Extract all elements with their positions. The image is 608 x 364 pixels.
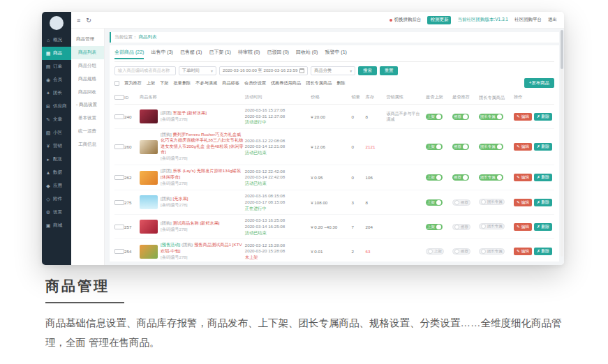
tab-待审核[interactable]: 待审核 (0) [238, 49, 260, 59]
product-image[interactable] [140, 140, 158, 154]
row-checkbox[interactable] [114, 144, 124, 149]
topbar-item[interactable]: 退出 [548, 17, 557, 23]
batch-action[interactable]: 删除 [336, 80, 345, 86]
sidebar-item-overview[interactable]: ⌂概况 [42, 33, 71, 47]
shelf-toggle[interactable]: 上架 [426, 224, 443, 230]
recommend-toggle[interactable]: 推荐 [452, 114, 469, 120]
sidebar-item-community[interactable]: ▧小区 [42, 126, 71, 139]
collapse-menu-icon[interactable]: ≡ [77, 17, 80, 24]
reset-button[interactable]: 重置 [380, 66, 398, 75]
shelf-toggle[interactable]: 上架 [426, 114, 443, 120]
topbar-item[interactable]: 切换拼购后台 [390, 17, 421, 23]
sidebar-item-data[interactable]: ▲数据 [42, 166, 71, 179]
time-type-select[interactable]: 下单时间▾ [179, 66, 216, 75]
product-image[interactable] [140, 171, 158, 185]
row-checkbox[interactable] [114, 225, 124, 229]
edit-button[interactable]: ✎ 编辑 [514, 248, 532, 255]
row-checkbox[interactable] [114, 249, 124, 254]
topbar-item[interactable]: 社区团购平台 [514, 17, 542, 23]
leader-exclusive-toggle[interactable]: 团长专属 [479, 144, 503, 150]
tab-已下架[interactable]: 已下架 (1) [209, 49, 231, 59]
batch-action[interactable]: 批量删除 [174, 80, 191, 86]
batch-action[interactable]: 会员价设置 [244, 80, 266, 86]
recommend-toggle[interactable]: 推荐 [452, 224, 470, 230]
product-image[interactable] [140, 195, 158, 209]
tab-已售罄[interactable]: 已售罄 (1) [180, 49, 202, 59]
shelf-toggle[interactable]: 上架 [426, 199, 443, 206]
topbar-item[interactable]: 检测更新 [427, 16, 451, 24]
date-range-picker[interactable]: 2020-03-16 00:00 至 2020-03-16 23:59 [219, 66, 308, 75]
batch-action[interactable]: 优惠券适用商品 [271, 80, 301, 86]
product-name-text[interactable]: [团购] 费列罗Ferrero Rocher巧克力礼盒威化巧克力婚庆喜糖伴手礼3… [161, 132, 245, 155]
scrollbar-thumb[interactable] [561, 30, 563, 69]
shelf-toggle[interactable]: 上架 [426, 144, 443, 150]
recommend-toggle[interactable]: 推荐 [452, 174, 469, 181]
product-name-text[interactable]: [拼团] 车厘子 [新鲜水果] [161, 110, 207, 116]
tab-全部商品[interactable]: 全部商品 (22) [114, 49, 144, 59]
sidebar-item-delivery[interactable]: ▸配送 [42, 153, 71, 166]
topbar-item[interactable]: 当前社区团购版本:V1.3.1 [457, 17, 508, 23]
submenu-item[interactable]: 商品回收 [71, 86, 104, 99]
scrollbar[interactable] [561, 30, 563, 257]
sidebar-item-marketing[interactable]: ¥营销 [42, 139, 71, 153]
product-name-text[interactable]: [拼团] 乐事 (Lay's) 无限薯片原味134g罐装 [休闲零食] [161, 168, 245, 180]
delete-button[interactable]: ✗ 删除 [534, 143, 552, 151]
product-image[interactable] [140, 109, 158, 123]
row-checkbox[interactable] [114, 200, 124, 205]
product-name-text[interactable]: [团购] 测试商品名称 [新鲜水果] [161, 220, 220, 226]
leader-exclusive-toggle[interactable]: 团长专属 [479, 114, 503, 120]
header-checkbox[interactable] [114, 95, 124, 100]
product-image[interactable] [140, 245, 158, 259]
tab-回收站[interactable]: 回收站 (0) [296, 49, 318, 59]
edit-button[interactable]: ✎ 编辑 [514, 113, 532, 121]
recommend-toggle[interactable]: 推荐 [452, 199, 470, 206]
batch-action[interactable]: 下架 [160, 80, 168, 86]
delete-button[interactable]: ✗ 删除 [534, 199, 552, 206]
tab-已驳回[interactable]: 已驳回 (0) [267, 49, 289, 59]
submenu-item[interactable]: 基本设置 [71, 112, 104, 125]
recommend-toggle[interactable]: 推荐 [452, 144, 469, 150]
batch-action[interactable]: 上架 [147, 80, 155, 86]
submenu-item[interactable]: 工商信息 [71, 138, 104, 151]
edit-button[interactable]: ✎ 编辑 [514, 223, 532, 231]
sidebar-item-mall[interactable]: ▣商城 [42, 219, 71, 232]
sidebar-item-members[interactable]: ◉会员 [42, 73, 71, 86]
delete-button[interactable]: ✗ 删除 [534, 113, 552, 121]
edit-button[interactable]: ✎ 编辑 [514, 174, 532, 181]
product-image[interactable] [140, 220, 158, 234]
sidebar-item-article[interactable]: ✎文章 [42, 113, 71, 126]
delete-button[interactable]: ✗ 删除 [534, 223, 552, 231]
edit-button[interactable]: ✎ 编辑 [514, 143, 532, 151]
publish-product-button[interactable]: +发布商品 [524, 78, 554, 88]
search-input[interactable]: 输入商品编码或者商品名称 [114, 66, 176, 75]
shelf-toggle[interactable]: 上架 [426, 248, 444, 255]
row-checkbox[interactable] [114, 114, 124, 119]
refresh-icon[interactable]: ↻ [86, 17, 91, 24]
leader-exclusive-toggle[interactable]: 团长专属 [479, 174, 503, 181]
batch-action[interactable]: 置为推荐 [124, 80, 142, 86]
edit-button[interactable]: ✎ 编辑 [514, 199, 532, 206]
sidebar-item-leader[interactable]: ✦团长 [42, 86, 71, 100]
sidebar-item-apps[interactable]: ◆应用 [42, 179, 71, 192]
leader-exclusive-toggle[interactable]: 团长专属 [479, 248, 505, 255]
category-select[interactable]: 商品分类▾ [311, 66, 355, 75]
breadcrumb-current[interactable]: 商品列表 [139, 34, 157, 40]
sidebar-item-settings[interactable]: ⚙设置 [42, 206, 71, 219]
batch-action[interactable]: 商品标签 [222, 80, 239, 86]
sidebar-item-goods[interactable]: ▦商品 [42, 47, 71, 60]
tab-预警中[interactable]: 预警中 (1) [325, 49, 347, 59]
row-checkbox[interactable] [114, 175, 124, 180]
leader-exclusive-toggle[interactable]: 团长专属 [479, 223, 505, 229]
search-button[interactable]: 搜索 [358, 66, 376, 75]
product-name-text[interactable]: [团购] [无水果] [161, 196, 188, 202]
sidebar-item-supplier[interactable]: ⊞供应商 [42, 100, 71, 113]
submenu-item[interactable]: 商品规格 [71, 73, 104, 86]
recommend-toggle[interactable]: 推荐 [452, 248, 470, 255]
sidebar-item-assets[interactable]: ◇附件 [42, 192, 71, 206]
tab-出售中[interactable]: 出售中 (3) [151, 49, 173, 59]
delete-button[interactable]: ✗ 删除 [534, 174, 552, 181]
submenu-item[interactable]: 统一运费 [71, 125, 104, 138]
batch-action[interactable]: 不参与满减 [195, 80, 217, 86]
submenu-item[interactable]: 商品列表 [71, 46, 104, 59]
batch-action[interactable]: 团长专属商品 [306, 80, 332, 86]
